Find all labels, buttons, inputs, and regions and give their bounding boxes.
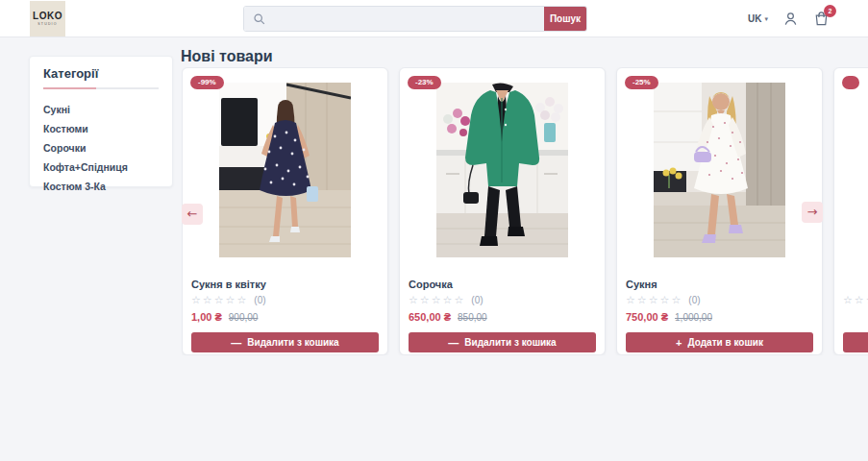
button-label: Видалити з кошика — [247, 337, 338, 348]
discount-badge: -25% — [625, 76, 658, 89]
user-account-icon[interactable] — [782, 11, 799, 27]
product-title[interactable]: Сукня в квітку — [191, 279, 379, 290]
cart-count-badge: 2 — [824, 5, 836, 17]
old-price: 1,000,00 — [675, 312, 712, 323]
add-to-cart-button[interactable]: + Додати в кошик — [626, 332, 813, 352]
logo[interactable]: LOKO STUDIO — [30, 1, 65, 36]
rating-row: ☆☆☆☆☆ (0) — [191, 295, 379, 305]
sidebar-item-sorochky[interactable]: Сорочки — [43, 138, 159, 158]
product-title[interactable]: Сукня — [626, 279, 813, 290]
product-info: ☆☆☆☆☆ — [834, 257, 868, 352]
sidebar-item-kostium-3ka[interactable]: Костюм 3-Ка — [43, 177, 159, 196]
product-card-partial[interactable]: ☆☆☆☆☆ — [833, 67, 868, 355]
cart-button[interactable]: 2 — [813, 11, 830, 27]
product-info: Сорочка ☆☆☆☆☆ (0) 650,00 ₴ 850,00 — Вида… — [400, 257, 605, 352]
rating-row: ☆☆☆☆☆ (0) — [409, 295, 596, 305]
star-rating-icons[interactable]: ☆☆☆☆☆ — [626, 295, 682, 305]
product-image[interactable] — [654, 83, 785, 257]
product-title[interactable]: Сорочка — [409, 279, 596, 290]
discount-badge: -23% — [408, 76, 441, 89]
minus-icon: — — [231, 338, 241, 348]
remove-from-cart-button[interactable]: — Видалити з кошика — [409, 332, 596, 352]
current-price: 650,00 ₴ — [409, 311, 451, 323]
product-card[interactable]: -99% — [182, 67, 388, 355]
price-row: 750,00 ₴ 1,000,00 — [626, 311, 813, 323]
sidebar-item-kostiumy[interactable]: Костюми — [43, 119, 159, 138]
carousel-prev-button[interactable]: ← — [182, 204, 203, 225]
arrow-left-icon: ← — [187, 206, 198, 221]
rating-count: (0) — [471, 295, 483, 305]
new-products-carousel: -99% — [182, 67, 868, 357]
product-card[interactable]: -25% — [616, 67, 823, 355]
star-rating-icons[interactable]: ☆☆☆☆☆ — [843, 295, 868, 305]
header-controls: UK ▾ 2 — [748, 0, 830, 37]
rating-count: (0) — [688, 295, 700, 305]
minus-icon: — — [448, 338, 459, 348]
search-input[interactable] — [244, 7, 544, 31]
header: LOKO STUDIO Пошук UK ▾ 2 — [0, 0, 868, 37]
rating-row: ☆☆☆☆☆ (0) — [626, 295, 813, 305]
current-price — [843, 311, 846, 323]
discount-badge — [842, 76, 859, 89]
arrow-right-icon: → — [807, 205, 818, 219]
product-image[interactable] — [219, 83, 351, 257]
product-card[interactable]: -23% — [399, 67, 606, 355]
language-selector[interactable]: UK ▾ — [748, 13, 768, 24]
product-title[interactable] — [843, 279, 868, 290]
old-price: 900,00 — [229, 312, 259, 323]
price-row: 650,00 ₴ 850,00 — [409, 311, 596, 323]
sidebar-item-kofta-spidnytsia[interactable]: Кофта+Спідниця — [43, 158, 159, 177]
current-price: 1,00 ₴ — [191, 311, 222, 323]
product-image[interactable] — [436, 83, 568, 257]
logo-subtitle: STUDIO — [37, 22, 57, 26]
product-info: Сукня в квітку ☆☆☆☆☆ (0) 1,00 ₴ 900,00 —… — [183, 257, 387, 352]
search-button[interactable]: Пошук — [544, 7, 586, 31]
star-rating-icons[interactable]: ☆☆☆☆☆ — [191, 295, 248, 305]
category-list: Сукні Костюми Сорочки Кофта+Спідниця Кос… — [43, 100, 159, 196]
search-bar: Пошук — [243, 6, 587, 32]
button-label: Видалити з кошика — [464, 337, 556, 348]
page-title: Нові товари — [181, 48, 273, 65]
product-cards-row: -99% — [182, 67, 868, 355]
plus-icon: + — [676, 338, 682, 348]
chevron-down-icon: ▾ — [764, 15, 768, 23]
carousel-next-button[interactable]: → — [802, 202, 823, 223]
sidebar-item-sukni[interactable]: Сукні — [43, 100, 159, 119]
old-price: 850,00 — [458, 312, 487, 323]
star-rating-icons[interactable]: ☆☆☆☆☆ — [409, 295, 465, 305]
sidebar-divider — [43, 87, 159, 89]
price-row: 1,00 ₴ 900,00 — [191, 311, 379, 323]
categories-sidebar: Категорії Сукні Костюми Сорочки Кофта+Сп… — [29, 56, 173, 187]
sidebar-title: Категорії — [43, 66, 159, 81]
rating-count: (0) — [254, 295, 265, 305]
current-price: 750,00 ₴ — [626, 311, 668, 323]
language-label: UK — [748, 13, 761, 24]
add-to-cart-button[interactable] — [843, 332, 868, 352]
logo-title: LOKO — [33, 12, 62, 21]
product-info: Сукня ☆☆☆☆☆ (0) 750,00 ₴ 1,000,00 + Дода… — [617, 257, 822, 352]
button-label: Додати в кошик — [688, 337, 763, 348]
discount-badge: -99% — [190, 76, 224, 89]
remove-from-cart-button[interactable]: — Видалити з кошика — [191, 332, 379, 352]
